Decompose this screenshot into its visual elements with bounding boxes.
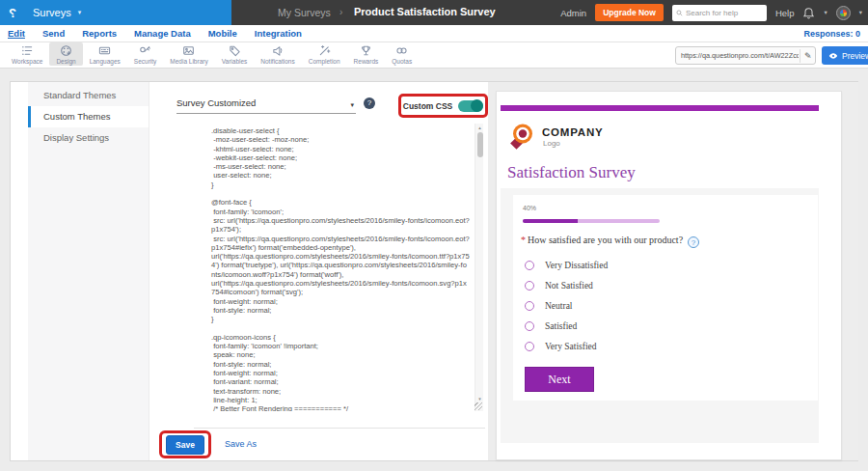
save-as-link[interactable]: Save As bbox=[225, 439, 257, 449]
admin-link[interactable]: Admin bbox=[560, 8, 586, 18]
app-window: ? Surveys ▾ My Surveys › Product Satisfa… bbox=[0, 0, 868, 471]
progress-fill bbox=[523, 219, 578, 223]
answer-options: Very Dissatisfied Not Satisfied Neutral … bbox=[525, 255, 608, 356]
tool-quotas[interactable]: Quotas bbox=[385, 42, 419, 66]
theme-accent-bar bbox=[501, 105, 819, 111]
survey-preview-zone: COMPANY Logo Satisfaction Survey 40% *Ho… bbox=[488, 82, 858, 460]
toggle-knob-icon bbox=[471, 99, 483, 112]
notifications-icon bbox=[272, 44, 285, 57]
bell-caret-icon[interactable]: ▾ bbox=[824, 9, 827, 16]
security-icon bbox=[139, 44, 151, 57]
media-library-icon bbox=[182, 44, 195, 57]
breadcrumb-separator: › bbox=[339, 7, 342, 17]
survey-body: 40% *How satisfied are you with our prod… bbox=[501, 188, 819, 443]
question-help-icon[interactable]: ? bbox=[688, 236, 699, 248]
menu-edit[interactable]: Edit bbox=[8, 28, 25, 39]
search-input[interactable] bbox=[686, 9, 763, 17]
responses-count[interactable]: Responses: 0 bbox=[803, 29, 860, 39]
sidebar-item-custom-themes[interactable]: Custom Themes bbox=[28, 106, 149, 127]
question-text: *How satisfied are you with our product?… bbox=[521, 235, 699, 248]
sidebar-item-standard-themes[interactable]: Standard Themes bbox=[28, 85, 149, 106]
survey-title: Satisfaction Survey bbox=[507, 163, 636, 182]
scroll-down-icon[interactable]: ▾ bbox=[475, 396, 483, 402]
tool-workspace[interactable]: Workspace bbox=[5, 42, 49, 66]
quotas-icon bbox=[395, 44, 408, 57]
radio-icon[interactable] bbox=[525, 261, 534, 270]
progress-label: 40% bbox=[523, 205, 536, 211]
tool-rewards[interactable]: Rewards bbox=[347, 42, 386, 66]
menu-integration[interactable]: Integration bbox=[255, 28, 302, 39]
option-neutral[interactable]: Neutral bbox=[525, 295, 608, 316]
menu-mobile[interactable]: Mobile bbox=[208, 28, 237, 39]
menu-reports[interactable]: Reports bbox=[82, 28, 117, 39]
top-navbar: ? Surveys ▾ My Surveys › Product Satisfa… bbox=[0, 0, 868, 25]
languages-icon bbox=[98, 44, 111, 57]
radio-icon[interactable] bbox=[525, 301, 534, 311]
upgrade-now-button[interactable]: Upgrade Now bbox=[595, 4, 664, 21]
sidebar-item-display-settings[interactable]: Display Settings bbox=[28, 127, 149, 149]
tool-media-library[interactable]: Media Library bbox=[163, 42, 214, 66]
chevron-down-icon: ▾ bbox=[350, 101, 354, 109]
scrollbar-thumb[interactable] bbox=[477, 132, 483, 157]
menu-manage-data[interactable]: Manage Data bbox=[134, 28, 191, 39]
themes-sidebar: Standard Themes Custom Themes Display Se… bbox=[28, 82, 149, 460]
surveys-menu-label: Surveys bbox=[33, 7, 71, 18]
edit-url-icon[interactable]: ✎ bbox=[800, 49, 812, 63]
css-code-editor[interactable]: .disable-user-select { -moz-user-select:… bbox=[203, 124, 483, 411]
theme-select-value: Survey Customized bbox=[176, 97, 256, 108]
radio-icon[interactable] bbox=[525, 281, 534, 291]
custom-css-toggle[interactable] bbox=[458, 100, 483, 112]
survey-menu-bar: Edit Send Reports Manage Data Mobile Int… bbox=[0, 25, 868, 42]
company-logo-icon bbox=[509, 121, 536, 152]
editor-scrollbar[interactable]: ▴ ▾ bbox=[475, 124, 483, 411]
tool-security[interactable]: Security bbox=[127, 42, 163, 66]
eye-icon bbox=[828, 52, 838, 60]
survey-url: https://qa.questionpro.com/t/AW22Zcq2J bbox=[681, 51, 799, 60]
option-satisfied[interactable]: Satisfied bbox=[525, 316, 608, 336]
option-very-satisfied[interactable]: Very Satisfied bbox=[525, 336, 608, 356]
survey-url-field[interactable]: https://qa.questionpro.com/t/AW22Zcq2J ✎ bbox=[675, 46, 816, 65]
radio-icon[interactable] bbox=[525, 321, 534, 331]
tool-languages[interactable]: Languages bbox=[83, 42, 127, 66]
option-not-satisfied[interactable]: Not Satisfied bbox=[525, 275, 608, 295]
save-highlight-box: Save bbox=[159, 430, 211, 458]
preview-button[interactable]: Preview bbox=[822, 46, 868, 65]
account-caret-icon[interactable]: ▾ bbox=[859, 9, 862, 16]
variables-icon bbox=[229, 44, 241, 57]
page-title: Product Satisfaction Survey bbox=[354, 6, 496, 17]
help-search-box[interactable] bbox=[672, 5, 767, 21]
theme-help-icon[interactable]: ? bbox=[364, 97, 375, 109]
question-card: 40% *How satisfied are you with our prod… bbox=[513, 195, 818, 401]
custom-css-label: Custom CSS bbox=[403, 101, 452, 111]
help-link[interactable]: Help bbox=[775, 8, 795, 18]
tool-variables[interactable]: Variables bbox=[215, 42, 255, 66]
product-switcher[interactable]: ? Surveys ▾ bbox=[0, 0, 231, 25]
next-button[interactable]: Next bbox=[525, 367, 594, 392]
company-logo-sub: Logo bbox=[543, 139, 560, 148]
survey-preview-card: COMPANY Logo Satisfaction Survey 40% *Ho… bbox=[496, 91, 842, 460]
save-button[interactable]: Save bbox=[166, 435, 204, 455]
progress-bar bbox=[523, 219, 660, 223]
option-very-dissatisfied[interactable]: Very Dissatisfied bbox=[525, 255, 608, 275]
editor-divider bbox=[194, 428, 485, 429]
menu-send[interactable]: Send bbox=[42, 28, 65, 39]
design-icon bbox=[60, 44, 72, 57]
required-mark: * bbox=[521, 235, 526, 245]
scroll-up-icon[interactable]: ▴ bbox=[475, 125, 483, 130]
search-icon bbox=[676, 9, 683, 17]
custom-css-highlight-box: Custom CSS bbox=[398, 94, 488, 118]
css-code-text[interactable]: .disable-user-select { -moz-user-select:… bbox=[203, 124, 483, 411]
avatar[interactable] bbox=[836, 6, 851, 20]
topbar-right-cluster: Admin Upgrade Now Help ▾ ▾ bbox=[560, 0, 862, 25]
tool-notifications[interactable]: Notifications bbox=[254, 42, 301, 66]
company-name: COMPANY bbox=[542, 126, 604, 138]
breadcrumb[interactable]: My Surveys bbox=[278, 7, 331, 18]
theme-select-dropdown[interactable]: Survey Customized ▾ bbox=[176, 97, 356, 114]
tool-design[interactable]: Design bbox=[49, 42, 82, 66]
resize-grip[interactable] bbox=[475, 402, 482, 410]
workspace-icon bbox=[21, 44, 34, 57]
edit-toolbar: Workspace Design Languages Security Medi… bbox=[0, 42, 868, 69]
radio-icon[interactable] bbox=[525, 342, 534, 351]
bell-icon[interactable] bbox=[802, 7, 815, 19]
tool-completion[interactable]: Completion bbox=[302, 42, 347, 66]
